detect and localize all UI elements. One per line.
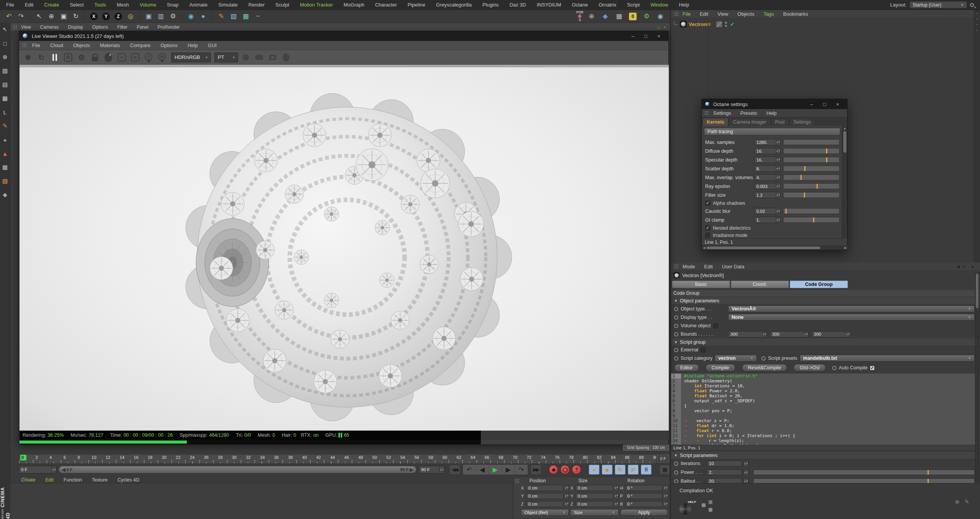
panel-grip-icon[interactable]	[704, 111, 709, 116]
spinner-icon[interactable]: ▲▼	[614, 493, 619, 499]
panel-grip-icon[interactable]	[23, 477, 28, 482]
panel-close-icon[interactable]: ×	[664, 25, 666, 29]
spinner-icon[interactable]: ▲▼	[846, 331, 850, 338]
octane-menu-settings[interactable]: Settings	[713, 110, 731, 116]
om-menu-bookmarks[interactable]: Bookmarks	[783, 11, 808, 17]
param-slider[interactable]	[783, 192, 840, 198]
menu-mesh[interactable]: Mesh	[117, 2, 129, 8]
workplane-icon[interactable]: ▦	[1, 94, 9, 103]
value-field[interactable]: 2.	[707, 469, 742, 475]
anim-dot-icon[interactable]	[761, 356, 766, 361]
close-button[interactable]: ×	[831, 100, 844, 108]
bounds-z-field[interactable]: 300	[812, 331, 846, 338]
anim-dot-icon[interactable]	[674, 307, 678, 311]
live-selection-icon[interactable]: ↖	[1, 25, 9, 34]
lv-menu-file[interactable]: File	[32, 42, 40, 48]
clear-region-icon[interactable]: o	[129, 52, 141, 63]
display-tag-icon[interactable]	[716, 21, 722, 27]
menu-select[interactable]: Select	[70, 2, 83, 8]
viewport-menu-prorender[interactable]: ProRender	[158, 24, 180, 30]
field-value[interactable]: 0 F	[19, 466, 52, 473]
anim-dot-icon[interactable]	[832, 366, 836, 370]
coord-field[interactable]: 0 cm	[526, 485, 564, 491]
menu-volume[interactable]: Volume	[140, 2, 156, 8]
spinner-icon[interactable]: ▲▼	[664, 501, 668, 507]
range-end-field[interactable]: 90 F ▲▼	[419, 466, 444, 473]
apply-button[interactable]: Apply	[620, 509, 668, 516]
magnet-icon[interactable]: ◆	[1, 191, 9, 199]
dialog-horizontal-scrollbar[interactable]: ◀ ▶	[702, 245, 848, 250]
om-menu-objects[interactable]: Objects	[737, 11, 754, 17]
bounds-x-field[interactable]: 300	[728, 331, 763, 338]
scroll-right-icon[interactable]: ▶	[844, 246, 847, 250]
param-slider[interactable]	[783, 217, 840, 223]
menu-render[interactable]: Render	[248, 2, 265, 8]
viewport-menu-view[interactable]: View	[21, 24, 31, 30]
texture-mode-icon[interactable]: ▤	[1, 80, 9, 89]
cube-primitive-icon[interactable]: ▧	[228, 11, 239, 22]
camera-icon[interactable]	[267, 52, 278, 63]
menu-simulate[interactable]: Simulate	[218, 2, 238, 8]
render-picture-viewer-icon[interactable]: ▥	[155, 11, 167, 22]
viewport-menu-options[interactable]: Options	[92, 24, 108, 30]
anim-dot-icon[interactable]	[674, 470, 678, 475]
visibility-dots-icon[interactable]	[725, 22, 727, 27]
dialog-vertical-scrollbar[interactable]: ▲	[842, 126, 847, 238]
spinner-icon[interactable]: ▲▼	[744, 460, 748, 467]
coord-mode-dropdown[interactable]: Size▼	[570, 509, 618, 516]
spinner-icon[interactable]: ▲▼	[776, 208, 781, 214]
display-type-dropdown[interactable]: None ▼	[728, 314, 975, 321]
param-slider[interactable]	[783, 148, 840, 154]
object-tree-item[interactable]: Vectron® ✓	[671, 20, 974, 28]
coord-field[interactable]: 0 cm	[526, 493, 564, 499]
lv-menu-help[interactable]: Help	[188, 42, 198, 48]
bounds-y-field[interactable]: 300	[770, 331, 804, 338]
plane-icon[interactable]	[253, 52, 265, 63]
scroll-thumb[interactable]	[706, 246, 820, 249]
object-name[interactable]: Vectron®	[689, 21, 710, 27]
lv-menu-options[interactable]: Options	[160, 42, 178, 48]
spinner-icon[interactable]: ▲▼	[776, 139, 781, 145]
scroll-thumb[interactable]	[843, 131, 846, 153]
dock-icon[interactable]: ▪	[977, 29, 978, 32]
preview-range-slider[interactable]: ◀ 0 F 90 F ▶	[59, 466, 416, 473]
button-glsl-osl[interactable]: Glsl->Osl	[794, 364, 826, 372]
move-icon[interactable]: ⊕	[955, 499, 960, 505]
flame-icon[interactable]: ▲	[1, 149, 9, 158]
search-icon[interactable]	[970, 3, 974, 7]
timeline-menu-cycles-4d[interactable]: Cycles 4D	[118, 477, 139, 483]
current-frame-field[interactable]: 0 F	[657, 455, 669, 462]
dope-sheet-area[interactable]	[10, 483, 512, 519]
am-menu-edit[interactable]: Edit	[704, 264, 713, 269]
coord-field[interactable]: 0 cm	[575, 485, 613, 491]
next-frame-button[interactable]: ▶	[502, 465, 515, 475]
spinner-icon[interactable]: ▲▼	[52, 466, 56, 473]
object-type-dropdown[interactable]: VectronÂ® ▼	[728, 305, 975, 312]
om-menu-tags[interactable]: Tags	[763, 11, 774, 17]
viewport-menu-filter[interactable]: Filter	[117, 24, 127, 30]
panel-grip-icon[interactable]	[13, 24, 18, 29]
checkbox-irradiance-mode[interactable]	[705, 233, 710, 238]
viewport-menu-display[interactable]: Display	[68, 24, 83, 30]
model-mode-icon[interactable]: ▧	[1, 67, 9, 75]
spinner-icon[interactable]: ▲▼	[804, 331, 808, 338]
spinner-icon[interactable]: ▲▼	[776, 157, 781, 163]
spinner-icon[interactable]: ▲▼	[744, 469, 748, 476]
value-field[interactable]: 16.	[754, 157, 776, 163]
history-forward-icon[interactable]: ▶	[964, 264, 967, 269]
pen-icon[interactable]: ✎	[965, 499, 969, 505]
tab-settings[interactable]: Settings	[789, 118, 815, 126]
spinner-icon[interactable]: ▲▼	[776, 174, 781, 181]
script-presets-dropdown[interactable]: mandelbulb.txt ▼	[800, 355, 975, 362]
coord-field[interactable]: 0 °	[625, 485, 663, 491]
minimize-button[interactable]: –	[626, 32, 639, 40]
param-slider[interactable]	[783, 139, 840, 145]
coord-field[interactable]: 0 °	[625, 501, 663, 507]
maximize-button[interactable]: □	[639, 32, 652, 40]
value-field[interactable]: 1.2	[754, 192, 776, 198]
play-forwards-button[interactable]: ↷	[515, 465, 528, 475]
param-slider[interactable]	[783, 175, 840, 180]
menu-plugins[interactable]: Plugins	[482, 2, 499, 8]
menu-create[interactable]: Create	[44, 2, 59, 8]
field-value[interactable]: 90 F	[419, 466, 440, 473]
